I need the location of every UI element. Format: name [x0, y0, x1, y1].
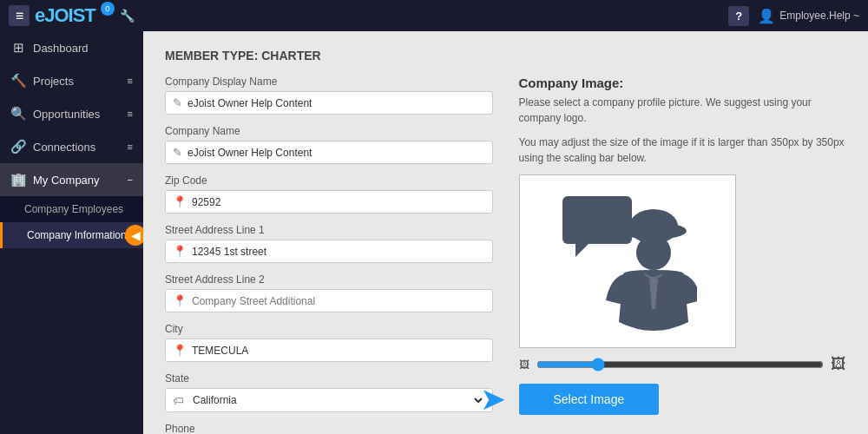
edit-icon-company-name: ✎ [173, 146, 182, 159]
dashboard-icon: ⊞ [10, 40, 26, 56]
field-address2: Street Address Line 2 📍 [165, 273, 493, 312]
sidebar-item-company-employees[interactable]: Company Employees [0, 196, 143, 222]
menu-icon[interactable]: ☰ [9, 5, 30, 26]
sidebar-item-connections[interactable]: 🔗 Connections ≡ [0, 130, 143, 163]
location-icon-city: 📍 [173, 344, 187, 357]
main-layout: ⊞ Dashboard 🔨 Projects ≡ 🔍 Opportunities… [0, 31, 868, 434]
company-employees-label: Company Employees [24, 203, 123, 215]
select-image-wrapper: ➤ Select Image [519, 384, 660, 415]
field-company-display-name: Company Display Name ✎ [165, 76, 493, 115]
sidebar-label-projects: Projects [33, 75, 74, 88]
connections-icon: 🔗 [10, 139, 26, 155]
user-icon: 👤 [758, 8, 775, 24]
label-address2: Street Address Line 2 [165, 273, 493, 286]
user-menu[interactable]: 👤 Employee.Help ~ [758, 8, 859, 24]
image-section: Company Image: Please select a company p… [519, 76, 847, 434]
label-city: City [165, 323, 493, 335]
input-wrapper-city: 📍 [165, 339, 493, 362]
sidebar-submenu-mycompany: Company Employees Company Information ◀ [0, 196, 143, 248]
sidebar-item-opportunities[interactable]: 🔍 Opportunities ≡ [0, 97, 143, 130]
mycompany-icon: 🏢 [10, 172, 26, 187]
input-wrapper-address2: 📍 [165, 289, 493, 312]
logo-text: eJOIST [35, 4, 95, 27]
mycompany-expand-icon: − [128, 174, 133, 185]
sidebar-item-company-information[interactable]: Company Information ◀ [0, 222, 143, 248]
company-information-label: Company Information [27, 229, 127, 241]
user-label: Employee.Help ~ [779, 10, 859, 22]
svg-point-5 [636, 235, 671, 270]
image-title: Company Image: [519, 76, 847, 90]
input-wrapper-company-name: ✎ [165, 141, 493, 164]
opportunities-expand-icon: ≡ [128, 108, 133, 119]
label-address1: Street Address Line 1 [165, 224, 493, 236]
tag-icon-state: 🏷 [173, 394, 184, 407]
field-state: State 🏷 California Arizona Nevada Oregon… [165, 372, 493, 412]
label-zip: Zip Code [165, 174, 493, 187]
sidebar-item-mycompany[interactable]: 🏢 My Company − [0, 163, 143, 196]
scale-bar: 🖼 🖼 [519, 355, 847, 373]
logo-area: ☰ eJOIST 0 🔧 [9, 4, 135, 27]
location-icon-address1: 📍 [173, 245, 187, 258]
worker-placeholder-icon [558, 187, 697, 335]
input-company-display-name[interactable] [187, 97, 485, 109]
top-nav: ☰ eJOIST 0 🔧 ? 👤 Employee.Help ~ [0, 0, 868, 31]
field-zip: Zip Code 📍 [165, 174, 493, 214]
input-company-name[interactable] [187, 147, 485, 159]
input-city[interactable] [192, 345, 485, 357]
scale-large-icon: 🖼 [831, 355, 846, 373]
edit-icon-display-name: ✎ [173, 96, 182, 109]
nav-right: ? 👤 Employee.Help ~ [728, 6, 859, 26]
sidebar-label-opportunities: Opportunities [33, 108, 100, 121]
label-state: State [165, 372, 493, 385]
help-button[interactable]: ? [728, 6, 749, 26]
label-company-name: Company Name [165, 125, 493, 137]
sidebar-item-projects[interactable]: 🔨 Projects ≡ [0, 64, 143, 97]
image-desc2: You may adjust the size of the image if … [519, 135, 847, 166]
location-icon-address2: 📍 [173, 294, 187, 307]
label-phone: Phone [165, 423, 493, 434]
logo-badge: 0 [101, 2, 115, 16]
input-address2[interactable] [192, 295, 485, 307]
sidebar-item-dashboard[interactable]: ⊞ Dashboard [0, 31, 143, 64]
arrow-pointer-icon: ➤ [480, 381, 506, 418]
content-inner: Company Display Name ✎ Company Name ✎ Zi… [165, 76, 846, 434]
select-wrapper-state: 🏷 California Arizona Nevada Oregon Washi… [165, 388, 493, 412]
input-wrapper-zip: 📍 [165, 190, 493, 214]
input-wrapper-address1: 📍 [165, 240, 493, 263]
sidebar-label-mycompany: My Company [33, 174, 100, 187]
orange-toggle-icon[interactable]: ◀ [125, 225, 143, 246]
input-address1[interactable] [192, 246, 485, 258]
svg-marker-1 [575, 244, 589, 257]
field-city: City 📍 [165, 323, 493, 362]
company-image-box [519, 174, 736, 348]
image-desc1: Please select a company profile picture.… [519, 95, 847, 126]
sidebar: ⊞ Dashboard 🔨 Projects ≡ 🔍 Opportunities… [0, 31, 143, 434]
main-content: MEMBER TYPE: CHARTER Company Display Nam… [143, 31, 868, 434]
select-state[interactable]: California Arizona Nevada Oregon Washing… [189, 393, 485, 407]
projects-icon: 🔨 [10, 73, 26, 89]
scale-slider[interactable] [536, 358, 825, 372]
sidebar-label-connections: Connections [33, 141, 95, 154]
wrench-icon: 🔧 [120, 9, 135, 23]
projects-expand-icon: ≡ [128, 76, 133, 86]
input-zip[interactable] [192, 196, 485, 208]
input-wrapper-display-name: ✎ [165, 91, 493, 115]
field-phone: Phone 📞 [165, 423, 493, 434]
nav-left: ☰ eJOIST 0 🔧 [9, 4, 135, 27]
svg-rect-0 [562, 196, 632, 244]
opportunities-icon: 🔍 [10, 106, 26, 122]
connections-expand-icon: ≡ [128, 141, 133, 152]
sidebar-label-dashboard: Dashboard [33, 42, 89, 55]
location-icon-zip: 📍 [173, 195, 187, 208]
form-section: Company Display Name ✎ Company Name ✎ Zi… [165, 76, 493, 434]
select-image-button[interactable]: Select Image [519, 384, 660, 415]
label-company-display-name: Company Display Name [165, 76, 493, 88]
scale-small-icon: 🖼 [519, 358, 529, 371]
field-address1: Street Address Line 1 📍 [165, 224, 493, 263]
member-type-title: MEMBER TYPE: CHARTER [165, 49, 846, 62]
field-company-name: Company Name ✎ [165, 125, 493, 164]
